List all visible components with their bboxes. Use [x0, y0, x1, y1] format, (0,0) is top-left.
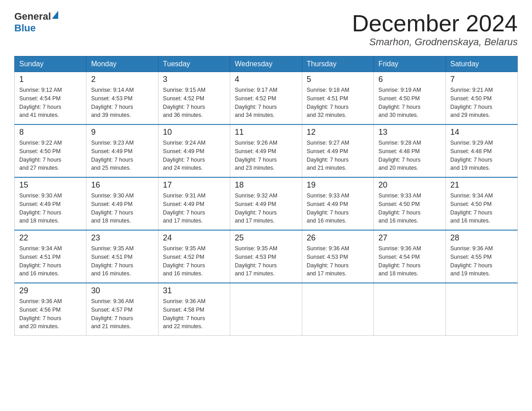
- calendar-week-row: 8Sunrise: 9:22 AMSunset: 4:50 PMDaylight…: [15, 124, 518, 177]
- day-number: 10: [163, 128, 225, 137]
- day-number: 9: [91, 128, 153, 137]
- weekday-header-tuesday: Tuesday: [158, 56, 230, 72]
- day-info: Sunrise: 9:36 AMSunset: 4:58 PMDaylight:…: [163, 297, 225, 331]
- calendar-day-cell: 22Sunrise: 9:34 AMSunset: 4:51 PMDayligh…: [15, 230, 86, 283]
- calendar-day-cell: 4Sunrise: 9:17 AMSunset: 4:52 PMDaylight…: [230, 72, 302, 125]
- calendar-day-cell: 26Sunrise: 9:36 AMSunset: 4:53 PMDayligh…: [302, 230, 373, 283]
- day-number: 14: [450, 128, 513, 137]
- day-info: Sunrise: 9:17 AMSunset: 4:52 PMDaylight:…: [235, 86, 297, 120]
- calendar-day-cell: 23Sunrise: 9:35 AMSunset: 4:51 PMDayligh…: [86, 230, 158, 283]
- calendar-day-cell: [446, 283, 517, 336]
- weekday-header-wednesday: Wednesday: [230, 56, 302, 72]
- day-number: 8: [19, 128, 82, 137]
- day-info: Sunrise: 9:33 AMSunset: 4:49 PMDaylight:…: [307, 192, 369, 225]
- logo-triangle-icon: [52, 11, 58, 19]
- calendar-day-cell: 11Sunrise: 9:26 AMSunset: 4:49 PMDayligh…: [230, 124, 302, 177]
- calendar-day-cell: 12Sunrise: 9:27 AMSunset: 4:49 PMDayligh…: [302, 124, 373, 177]
- calendar-day-cell: 5Sunrise: 9:18 AMSunset: 4:51 PMDaylight…: [302, 72, 373, 125]
- day-info: Sunrise: 9:18 AMSunset: 4:51 PMDaylight:…: [307, 86, 369, 120]
- weekday-header-saturday: Saturday: [446, 56, 517, 72]
- day-number: 12: [307, 128, 369, 137]
- day-info: Sunrise: 9:27 AMSunset: 4:49 PMDaylight:…: [307, 139, 369, 172]
- day-number: 7: [450, 75, 513, 84]
- day-info: Sunrise: 9:29 AMSunset: 4:48 PMDaylight:…: [450, 139, 513, 172]
- calendar-body: 1Sunrise: 9:12 AMSunset: 4:54 PMDaylight…: [15, 72, 518, 336]
- day-number: 15: [19, 180, 82, 190]
- day-info: Sunrise: 9:36 AMSunset: 4:56 PMDaylight:…: [19, 297, 82, 331]
- calendar-day-cell: 27Sunrise: 9:36 AMSunset: 4:54 PMDayligh…: [374, 230, 446, 283]
- calendar-day-cell: [374, 283, 446, 336]
- calendar-day-cell: [302, 283, 373, 336]
- calendar-day-cell: 1Sunrise: 9:12 AMSunset: 4:54 PMDaylight…: [15, 72, 86, 125]
- day-info: Sunrise: 9:35 AMSunset: 4:53 PMDaylight:…: [235, 244, 297, 278]
- day-number: 3: [163, 75, 225, 84]
- calendar-day-cell: 15Sunrise: 9:30 AMSunset: 4:49 PMDayligh…: [15, 177, 86, 230]
- day-number: 1: [19, 75, 82, 84]
- calendar-week-row: 15Sunrise: 9:30 AMSunset: 4:49 PMDayligh…: [15, 177, 518, 230]
- calendar-day-cell: 14Sunrise: 9:29 AMSunset: 4:48 PMDayligh…: [446, 124, 517, 177]
- day-number: 22: [19, 233, 82, 243]
- day-number: 16: [91, 180, 153, 190]
- day-info: Sunrise: 9:28 AMSunset: 4:48 PMDaylight:…: [378, 139, 441, 172]
- day-info: Sunrise: 9:36 AMSunset: 4:55 PMDaylight:…: [450, 244, 513, 278]
- logo-blue-text: Blue: [14, 22, 36, 34]
- day-info: Sunrise: 9:32 AMSunset: 4:49 PMDaylight:…: [235, 192, 297, 225]
- location-title: Smarhon, Grodnenskaya, Belarus: [352, 36, 518, 48]
- weekday-header-monday: Monday: [86, 56, 158, 72]
- day-info: Sunrise: 9:30 AMSunset: 4:49 PMDaylight:…: [19, 192, 82, 225]
- day-number: 27: [378, 233, 441, 243]
- day-number: 11: [235, 128, 297, 137]
- calendar-title-section: December 2024 Smarhon, Grodnenskaya, Bel…: [352, 11, 518, 48]
- calendar-day-cell: 20Sunrise: 9:33 AMSunset: 4:50 PMDayligh…: [374, 177, 446, 230]
- day-info: Sunrise: 9:36 AMSunset: 4:53 PMDaylight:…: [307, 244, 369, 278]
- day-info: Sunrise: 9:12 AMSunset: 4:54 PMDaylight:…: [19, 86, 82, 120]
- month-title: December 2024: [352, 11, 518, 36]
- calendar-day-cell: 17Sunrise: 9:31 AMSunset: 4:49 PMDayligh…: [158, 177, 230, 230]
- weekday-header-thursday: Thursday: [302, 56, 373, 72]
- day-info: Sunrise: 9:23 AMSunset: 4:49 PMDaylight:…: [91, 139, 153, 172]
- day-info: Sunrise: 9:19 AMSunset: 4:50 PMDaylight:…: [378, 86, 441, 120]
- day-number: 17: [163, 180, 225, 190]
- calendar-day-cell: 13Sunrise: 9:28 AMSunset: 4:48 PMDayligh…: [374, 124, 446, 177]
- calendar-day-cell: 31Sunrise: 9:36 AMSunset: 4:58 PMDayligh…: [158, 283, 230, 336]
- day-info: Sunrise: 9:21 AMSunset: 4:50 PMDaylight:…: [450, 86, 513, 120]
- day-number: 5: [307, 75, 369, 84]
- calendar-day-cell: 18Sunrise: 9:32 AMSunset: 4:49 PMDayligh…: [230, 177, 302, 230]
- weekday-header-sunday: Sunday: [15, 56, 86, 72]
- calendar-day-cell: 9Sunrise: 9:23 AMSunset: 4:49 PMDaylight…: [86, 124, 158, 177]
- calendar-week-row: 1Sunrise: 9:12 AMSunset: 4:54 PMDaylight…: [15, 72, 518, 125]
- logo: General Blue: [14, 11, 58, 34]
- calendar-day-cell: 10Sunrise: 9:24 AMSunset: 4:49 PMDayligh…: [158, 124, 230, 177]
- calendar-day-cell: 24Sunrise: 9:35 AMSunset: 4:52 PMDayligh…: [158, 230, 230, 283]
- day-number: 30: [91, 286, 153, 295]
- calendar-day-cell: 25Sunrise: 9:35 AMSunset: 4:53 PMDayligh…: [230, 230, 302, 283]
- day-number: 2: [91, 75, 153, 84]
- calendar-day-cell: [230, 283, 302, 336]
- day-number: 26: [307, 233, 369, 243]
- day-number: 25: [235, 233, 297, 243]
- day-number: 13: [378, 128, 441, 137]
- day-info: Sunrise: 9:36 AMSunset: 4:57 PMDaylight:…: [91, 297, 153, 331]
- day-number: 31: [163, 286, 225, 295]
- day-number: 4: [235, 75, 297, 84]
- day-number: 20: [378, 180, 441, 190]
- calendar-day-cell: 19Sunrise: 9:33 AMSunset: 4:49 PMDayligh…: [302, 177, 373, 230]
- day-number: 29: [19, 286, 82, 295]
- logo-general-text: General: [14, 11, 51, 22]
- calendar-day-cell: 7Sunrise: 9:21 AMSunset: 4:50 PMDaylight…: [446, 72, 517, 125]
- calendar-week-row: 22Sunrise: 9:34 AMSunset: 4:51 PMDayligh…: [15, 230, 518, 283]
- day-info: Sunrise: 9:34 AMSunset: 4:51 PMDaylight:…: [19, 244, 82, 278]
- day-info: Sunrise: 9:35 AMSunset: 4:52 PMDaylight:…: [163, 244, 225, 278]
- day-info: Sunrise: 9:31 AMSunset: 4:49 PMDaylight:…: [163, 192, 225, 225]
- day-info: Sunrise: 9:35 AMSunset: 4:51 PMDaylight:…: [91, 244, 153, 278]
- day-number: 18: [235, 180, 297, 190]
- day-number: 21: [450, 180, 513, 190]
- day-number: 19: [307, 180, 369, 190]
- page-header: General Blue December 2024 Smarhon, Grod…: [14, 11, 518, 48]
- day-info: Sunrise: 9:30 AMSunset: 4:49 PMDaylight:…: [91, 192, 153, 225]
- day-number: 24: [163, 233, 225, 243]
- day-info: Sunrise: 9:14 AMSunset: 4:53 PMDaylight:…: [91, 86, 153, 120]
- calendar-day-cell: 2Sunrise: 9:14 AMSunset: 4:53 PMDaylight…: [86, 72, 158, 125]
- day-number: 6: [378, 75, 441, 84]
- day-info: Sunrise: 9:15 AMSunset: 4:52 PMDaylight:…: [163, 86, 225, 120]
